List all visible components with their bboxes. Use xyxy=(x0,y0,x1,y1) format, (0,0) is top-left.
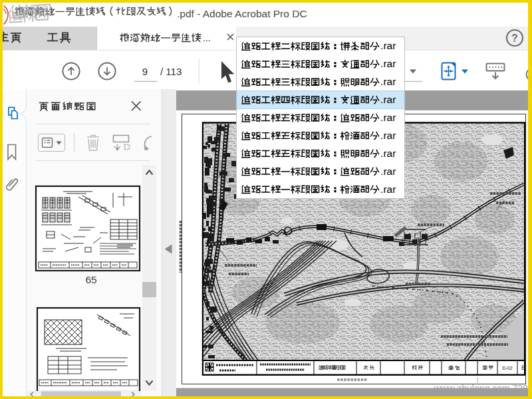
svg-text:/ 113: / 113 xyxy=(160,66,182,77)
svg-text:9: 9 xyxy=(142,66,148,77)
svg-text:.rar: .rar xyxy=(380,40,396,51)
svg-text:?: ? xyxy=(511,33,518,44)
svg-text:.rar: .rar xyxy=(380,94,396,105)
svg-text:.rar: .rar xyxy=(380,184,396,195)
svg-text:.rar: .rar xyxy=(380,166,396,177)
svg-text:...: ... xyxy=(203,33,211,43)
svg-text:.rar: .rar xyxy=(380,76,396,87)
svg-text:.rar: .rar xyxy=(380,130,396,141)
svg-text:.rar: .rar xyxy=(380,112,396,123)
svg-text:65: 65 xyxy=(85,274,96,285)
svg-text:D-02: D-02 xyxy=(502,366,512,370)
svg-text:.rar: .rar xyxy=(380,58,396,69)
svg-text:.rar: .rar xyxy=(380,148,396,159)
svg-text:.pdf - Adobe Acrobat Pro DC: .pdf - Adobe Acrobat Pro DC xyxy=(177,8,307,19)
